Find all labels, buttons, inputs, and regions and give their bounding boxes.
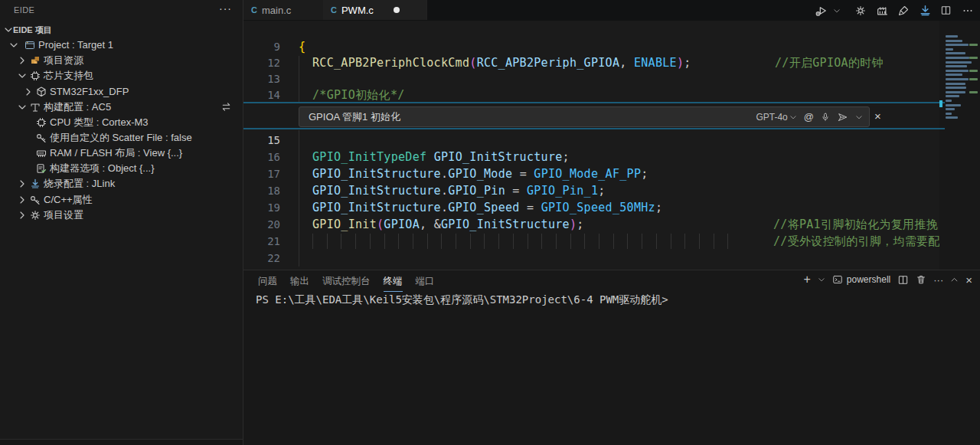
line-number: 17 — [243, 165, 280, 182]
indent-guide — [498, 234, 499, 249]
inline-chat-widget[interactable]: GPIOA 管脚1 初始化 GPT-4o @ — [299, 106, 870, 127]
tree-item-opts[interactable]: 构建器选项 : Object {...} — [0, 161, 243, 176]
panel-tab-调试控制台[interactable]: 调试控制台 — [322, 273, 371, 291]
model-picker[interactable]: GPT-4o — [756, 112, 796, 123]
tree-item-ram[interactable]: RAM / FLASH 布局 : View {...} — [0, 146, 243, 161]
code-line-20[interactable]: GPIO_Init(GPIOA, &GPIO_InitStructure); — [312, 216, 584, 233]
sidebar-bottom-strip — [0, 440, 243, 445]
more-actions-icon[interactable]: ··· — [933, 274, 943, 286]
chevron-down-icon[interactable] — [855, 113, 863, 121]
send-icon[interactable] — [837, 112, 848, 123]
code-line-19[interactable]: GPIO_InitStructure.GPIO_Speed = GPIO_Spe… — [312, 199, 662, 216]
chevron-right-icon[interactable] — [16, 194, 28, 206]
microphone-icon[interactable] — [821, 112, 830, 123]
tree-item-label: CPU 类型 : Cortex-M3 — [50, 115, 149, 130]
mention-icon[interactable]: @ — [804, 111, 814, 123]
code-line-17[interactable]: GPIO_InitStructure.GPIO_Mode = GPIO_Mode… — [312, 165, 648, 182]
split-editor-icon[interactable] — [940, 4, 954, 18]
indent-guide — [456, 234, 456, 249]
close-panel-icon[interactable]: × — [965, 273, 972, 286]
minimap[interactable] — [944, 31, 980, 260]
chevron-down-icon[interactable] — [8, 39, 20, 51]
panel-toolbar: + powershell ··· × — [804, 273, 972, 286]
split-terminal-icon[interactable] — [897, 274, 909, 286]
line-number: 14 — [243, 87, 280, 103]
code-line-14[interactable]: /*GPIO初始化*/ — [312, 87, 405, 103]
trash-icon[interactable] — [916, 274, 926, 285]
tree-item-key[interactable]: 使用自定义的 Scatter File : false — [0, 130, 243, 146]
line-number: 18 — [243, 182, 280, 199]
tree-item-flash[interactable]: 烧录配置 : JLink — [0, 176, 243, 191]
indent-guide — [528, 234, 528, 249]
flash-icon — [29, 178, 41, 190]
trailing-comment: //开启GPIOA的时钟 — [775, 54, 884, 71]
code-editor[interactable]: 9{12RCC_APB2PeriphClockCmd(RCC_APB2Perip… — [243, 0, 939, 270]
tree-item-label: 构建器选项 : Object {...} — [50, 161, 155, 176]
terminal-instance-powershell[interactable]: powershell — [832, 274, 890, 285]
chevron-up-icon[interactable] — [950, 276, 959, 284]
indent-guide — [312, 234, 313, 249]
indent-guide — [570, 234, 571, 249]
tree-item-label: Project : Target 1 — [38, 38, 113, 53]
close-icon[interactable]: × — [874, 110, 881, 123]
new-terminal-icon[interactable]: + — [804, 273, 811, 286]
chevron-down-icon[interactable] — [16, 70, 28, 82]
terminal-prompt[interactable]: PS E:\工具\EDA工具\Keil5安装包\程序源码\STM32Projec… — [256, 293, 668, 307]
code-line-18[interactable]: GPIO_InitStructure.GPIO_Pin = GPIO_Pin_1… — [312, 182, 606, 199]
code-line-12[interactable]: RCC_APB2PeriphClockCmd(RCC_APB2Periph_GP… — [312, 54, 691, 71]
eide-sidebar: EIDE ··· EIDE 项目 Project : Target 1项目资源芯… — [0, 0, 243, 445]
tree-item-chip[interactable]: 芯片支持包 — [0, 68, 243, 83]
chevron-down-icon[interactable] — [16, 101, 28, 113]
chevron-down-icon[interactable] — [818, 276, 825, 283]
tree-item-label: RAM / FLASH 布局 : View {...} — [50, 146, 182, 161]
line-number: 9 — [243, 38, 280, 55]
indent-guide — [727, 234, 728, 249]
terminal-icon — [832, 274, 843, 285]
tree-item-cube[interactable]: STM32F1xx_DFP — [0, 84, 243, 100]
indent-guide — [699, 234, 700, 249]
chevron-right-icon[interactable] — [16, 178, 28, 190]
inline-chat-zone-border-bottom — [243, 128, 945, 129]
section-header-eide-project[interactable]: EIDE 项目 — [0, 22, 243, 38]
code-line-9[interactable]: { — [299, 38, 305, 55]
chevron-right-icon[interactable] — [16, 209, 28, 221]
panel-tab-问题[interactable]: 问题 — [258, 273, 277, 291]
tree-item-tool[interactable]: 构建配置 : AC5 — [0, 100, 243, 115]
more-actions-icon[interactable] — [962, 4, 975, 18]
indent-guide — [299, 130, 299, 267]
line-number: 19 — [243, 199, 280, 216]
chevron-right-icon[interactable] — [22, 86, 34, 98]
panel-tab-输出[interactable]: 输出 — [290, 273, 309, 291]
tree-item-key[interactable]: C/C++属性 — [0, 192, 243, 208]
tree-item-chip[interactable]: CPU 类型 : Cortex-M3 — [0, 115, 243, 130]
tree-item-label: 项目资源 — [44, 53, 83, 68]
indent-guide — [584, 234, 585, 249]
line-number: 16 — [243, 149, 280, 165]
chevron-right-icon[interactable] — [16, 54, 28, 67]
indent-guide — [513, 234, 514, 249]
panel-tab-端口[interactable]: 端口 — [416, 273, 435, 291]
bottom-panel: 问题输出调试控制台终端端口 + powershell ··· × PS E:\工… — [243, 270, 980, 445]
indent-guide — [556, 234, 557, 249]
tree-item-project[interactable]: Project : Target 1 — [0, 38, 243, 53]
sidebar-more-actions-icon[interactable]: ··· — [219, 2, 232, 15]
project-icon — [24, 39, 36, 51]
tree-item-label: STM32F1xx_DFP — [50, 84, 129, 100]
indent-guide — [599, 234, 599, 249]
chip-icon — [35, 116, 47, 129]
panel-tab-终端[interactable]: 终端 — [384, 273, 403, 291]
tree-item-gear[interactable]: 项目设置 — [0, 208, 243, 223]
code-line-16[interactable]: GPIO_InitTypeDef GPIO_InitStructure; — [312, 149, 570, 165]
indent-guide — [427, 234, 428, 249]
chevron-down-icon — [789, 113, 797, 121]
line-number: 13 — [243, 70, 280, 87]
tree-item-resources[interactable]: 项目资源 — [0, 53, 243, 68]
tree-item-label: 构建配置 : AC5 — [44, 100, 111, 115]
switch-toolchain-icon[interactable] — [220, 101, 232, 113]
indent-guide — [642, 234, 642, 249]
inline-chat-input[interactable]: GPIOA 管脚1 初始化 — [309, 110, 400, 124]
tree-item-label: C/C++属性 — [44, 192, 93, 208]
indent-guide — [684, 234, 685, 249]
panel-tab-bar: 问题输出调试控制台终端端口 — [258, 273, 435, 291]
overview-ruler-mark — [939, 100, 942, 107]
